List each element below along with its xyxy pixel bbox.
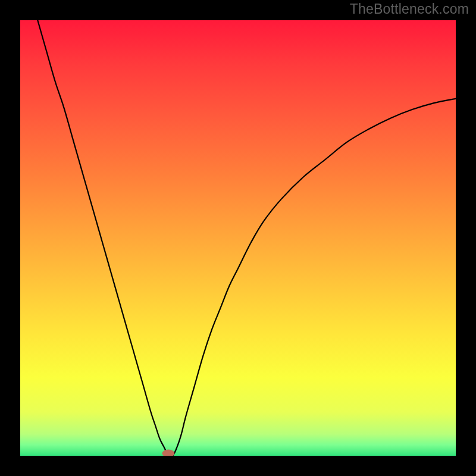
chart-frame: TheBottleneck.com bbox=[0, 0, 476, 476]
minimum-marker bbox=[162, 450, 174, 456]
chart-svg bbox=[20, 20, 456, 456]
gradient-rect bbox=[20, 20, 456, 456]
plot-area bbox=[20, 20, 456, 456]
watermark-text: TheBottleneck.com bbox=[350, 1, 469, 17]
